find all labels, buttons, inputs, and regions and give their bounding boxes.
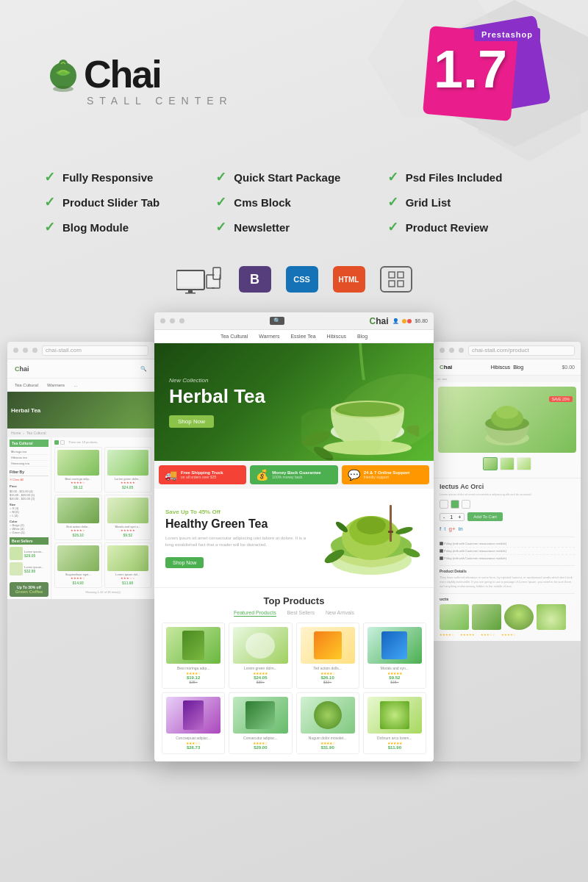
- promo-shop-btn[interactable]: Shop Now: [165, 557, 204, 568]
- facebook-icon[interactable]: f: [440, 526, 441, 532]
- left-preview: chai-stall.com Chai 🔍 Tea Cultural Warme…: [7, 342, 154, 761]
- feature-fully-responsive: ✓ Fully Responsive: [44, 169, 201, 185]
- check-icon: ✓: [44, 219, 55, 235]
- check-icon: ✓: [387, 169, 398, 185]
- svg-rect-8: [188, 290, 193, 293]
- html5-icon: HTML: [333, 266, 365, 293]
- svg-rect-16: [398, 272, 404, 278]
- svg-point-32: [356, 517, 386, 534]
- feature-label: Quick Start Package: [234, 171, 340, 184]
- logo-icon: [44, 55, 82, 93]
- qty-plus[interactable]: +: [456, 514, 463, 520]
- tab-featured[interactable]: Featured Products: [234, 610, 276, 617]
- logo: Chai Stall Center: [44, 55, 233, 107]
- feature-product-review: ✓ Product Review: [387, 219, 544, 235]
- feature-newsletter: ✓ Newsletter: [215, 219, 372, 235]
- svg-rect-33: [390, 505, 392, 542]
- center-preview: 🔍 Chai 👤 $6.80 Tea Cultural Warmers Essl…: [154, 312, 434, 761]
- product-card[interactable]: Concsepuat adipisc... ★★★☆☆ $26.73: [162, 692, 225, 754]
- feature-quick-start: ✓ Quick Start Package: [215, 169, 372, 185]
- product-card[interactable]: Lorem green dolm... ★★★★★ $24.05 $30+: [229, 623, 292, 689]
- svg-rect-18: [398, 281, 404, 287]
- css3-icon: CSS: [286, 266, 318, 293]
- feature-psd-files: ✓ Psd Files Included: [387, 169, 544, 185]
- product-card[interactable]: Nugum dolor moxolet... ★★★★☆ $31.90: [296, 692, 359, 754]
- feature-label: Product Slider Tab: [62, 196, 159, 209]
- feature-blog-module: ✓ Blog Module: [44, 219, 201, 235]
- right-preview: chai-stall.com/product Chai Hibiscus Blo…: [434, 342, 581, 761]
- hero-big: Herbal Tea: [169, 387, 265, 406]
- logo-text: Chai: [84, 55, 161, 93]
- top-products-title: Top Products: [162, 595, 426, 606]
- preview-section: chai-stall.com Chai 🔍 Tea Cultural Warme…: [0, 312, 588, 761]
- features-section: ✓ Fully Responsive ✓ Quick Start Package…: [0, 154, 588, 257]
- check-icon: ✓: [387, 194, 398, 210]
- check-icon: ✓: [215, 219, 226, 235]
- product-card[interactable]: Consecutur adipisc... ★★★★☆ $29.00: [229, 692, 292, 754]
- add-to-cart-btn[interactable]: Add To Cart: [467, 512, 503, 521]
- svg-point-42: [496, 406, 518, 419]
- check-icon: ✓: [215, 169, 226, 185]
- hero-small: New Collection: [169, 377, 265, 384]
- detail-badge: SAVE 20%: [549, 390, 573, 404]
- product-card[interactable]: Morals and syn... ★★★★★ $9.52 $15+: [363, 623, 426, 689]
- svg-rect-34: [388, 531, 393, 533]
- check-icon: ✓: [44, 194, 55, 210]
- promo-tag: Save Up To 45% Off: [165, 509, 309, 515]
- feature-label: Grid List: [406, 196, 451, 209]
- feature-label: Newsletter: [234, 221, 290, 234]
- feature-cms-block: ✓ Cms Block: [215, 194, 372, 210]
- check-icon: ✓: [215, 194, 226, 210]
- svg-rect-12: [212, 287, 215, 289]
- tab-new-arrivals[interactable]: New Arrivals: [326, 610, 354, 617]
- feature-grid-list: ✓ Grid List: [387, 194, 544, 210]
- feature-label: Psd Files Included: [406, 171, 503, 184]
- header: Chai Stall Center Prestashop 1.7: [0, 0, 588, 154]
- qty-minus[interactable]: -: [441, 514, 447, 520]
- prestashop-version: 1.7: [434, 43, 507, 96]
- hero-shop-btn[interactable]: Shop Now: [169, 415, 214, 428]
- svg-rect-17: [389, 281, 395, 287]
- feature-label: Cms Block: [234, 196, 291, 209]
- product-card[interactable]: Ted action dolls... ★★★★☆ $26.10 $32+: [296, 623, 359, 689]
- feature-product-slider: ✓ Product Slider Tab: [44, 194, 201, 210]
- svg-rect-9: [185, 293, 196, 294]
- product-image: [478, 390, 537, 449]
- linkedin-icon[interactable]: in: [459, 526, 463, 532]
- svg-rect-7: [178, 272, 203, 287]
- tab-bestsellers[interactable]: Best Sellers: [287, 610, 315, 617]
- svg-point-4: [59, 60, 68, 68]
- promo-title: Healthy Green Tea: [165, 517, 309, 531]
- check-icon: ✓: [44, 169, 55, 185]
- check-icon: ✓: [387, 219, 398, 235]
- feature-label: Fully Responsive: [62, 171, 153, 184]
- grid-icon: [380, 266, 412, 293]
- tech-icons-row: B CSS HTML: [0, 257, 588, 312]
- bootstrap-icon: B: [239, 266, 271, 293]
- logo-subtitle: Stall Center: [44, 95, 233, 107]
- svg-point-5: [53, 86, 74, 92]
- responsive-icon: [176, 265, 224, 294]
- feature-label: Blog Module: [62, 221, 129, 234]
- google-plus-icon[interactable]: g+: [448, 526, 455, 532]
- product-card[interactable]: Dolinum arcu lorem... ★★★★★ $11.90: [363, 692, 426, 754]
- promo-image: [320, 498, 423, 578]
- svg-rect-14: [214, 269, 219, 278]
- feature-label: Product Review: [406, 221, 489, 234]
- twitter-icon[interactable]: t: [444, 526, 445, 532]
- svg-rect-15: [389, 272, 395, 278]
- prestashop-badge: Prestashop 1.7: [426, 22, 544, 140]
- product-card[interactable]: Best moringa adip... ★★★★☆ $19.12 $25+: [162, 623, 225, 689]
